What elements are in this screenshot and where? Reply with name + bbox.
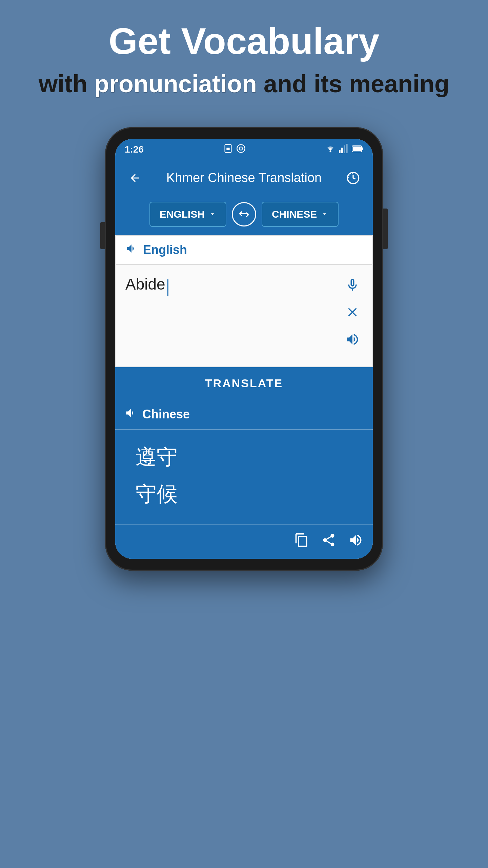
battery-icon [352, 144, 363, 155]
input-audio-icon[interactable] [342, 329, 363, 350]
sim-card-icon [223, 144, 233, 156]
output-language-label: Chinese [142, 407, 190, 421]
copy-icon[interactable] [294, 533, 309, 551]
subtitle: with pronunciation and its meaning [27, 68, 461, 100]
svg-point-4 [329, 151, 331, 152]
output-body: 遵守 守候 [115, 430, 373, 524]
translate-button[interactable]: TRANSLATE [115, 367, 373, 399]
language-selector-bar: ENGLISH CHINESE [115, 196, 373, 235]
phone-shell: 1:26 [105, 127, 383, 571]
output-header: Chinese [115, 399, 373, 430]
translation-container: English Abide [115, 235, 373, 559]
status-left-icons [223, 144, 246, 156]
svg-rect-10 [362, 147, 363, 150]
microphone-icon[interactable] [342, 275, 363, 295]
main-title: Get Vocabulary [27, 20, 461, 61]
svg-rect-11 [353, 146, 361, 151]
input-language-label: English [143, 243, 187, 257]
back-button[interactable] [125, 168, 145, 188]
chinese-translation-1: 遵守 [136, 440, 352, 474]
target-language-label: CHINESE [272, 209, 317, 220]
input-text: Abide [125, 275, 165, 293]
clear-input-icon[interactable] [342, 302, 363, 322]
app-bar-title: Khmer Chinese Translation [145, 171, 343, 185]
chinese-translation-2: 守候 [136, 477, 352, 511]
svg-point-2 [237, 144, 245, 152]
status-right-icons [325, 144, 363, 156]
target-language-button[interactable]: CHINESE [262, 202, 339, 227]
input-controls [342, 275, 363, 350]
signal-icon [339, 144, 348, 156]
app-bar: Khmer Chinese Translation [115, 160, 373, 196]
output-section: Chinese 遵守 守候 [115, 399, 373, 559]
input-body[interactable]: Abide [116, 265, 372, 367]
svg-rect-8 [346, 144, 348, 153]
subtitle-pronunciation: pronunciation [94, 70, 257, 97]
share-icon[interactable] [321, 533, 336, 551]
text-cursor [167, 279, 168, 296]
phone-screen: 1:26 [115, 139, 373, 559]
status-bar: 1:26 [115, 139, 373, 160]
svg-rect-7 [344, 145, 345, 153]
input-section: English Abide [115, 235, 373, 367]
output-audio-icon[interactable] [348, 533, 363, 551]
bottom-action-bar [115, 524, 373, 559]
source-language-button[interactable]: ENGLISH [149, 202, 226, 227]
do-not-disturb-icon [236, 144, 246, 156]
subtitle-start: with [39, 70, 94, 97]
svg-rect-5 [339, 150, 341, 153]
target-language-dropdown-icon [321, 209, 328, 220]
output-speaker-icon[interactable] [125, 407, 137, 422]
source-language-dropdown-icon [209, 209, 216, 220]
input-speaker-icon[interactable] [125, 242, 138, 257]
swap-languages-button[interactable] [232, 202, 256, 226]
svg-point-3 [239, 147, 242, 150]
source-language-label: ENGLISH [160, 209, 205, 220]
history-button[interactable] [343, 168, 363, 188]
status-time: 1:26 [125, 144, 144, 155]
svg-rect-6 [341, 147, 343, 153]
svg-rect-1 [226, 147, 229, 150]
input-header: English [116, 236, 372, 265]
subtitle-end: and its meaning [257, 70, 449, 97]
input-text-area[interactable]: Abide [125, 275, 168, 297]
header-section: Get Vocabulary with pronunciation and it… [0, 0, 488, 114]
wifi-icon [325, 144, 336, 155]
phone-container: 1:26 [105, 127, 383, 571]
